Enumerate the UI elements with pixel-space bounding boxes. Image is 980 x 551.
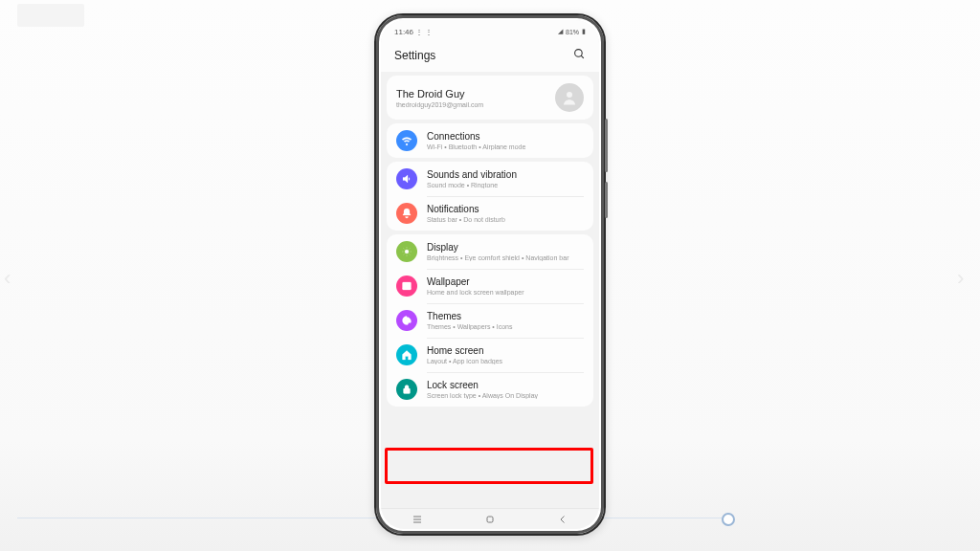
- battery-icon: ▮: [582, 28, 586, 35]
- account-text: The Droid Guy thedroidguy2019@gmail.com: [396, 88, 547, 108]
- status-bar: 11:46 ⋮ ⋮ ◢ 81% ▮: [381, 20, 599, 43]
- item-subtitle: Brightness • Eye comfort shield • Naviga…: [427, 254, 584, 261]
- status-left: 11:46 ⋮ ⋮: [394, 28, 434, 36]
- home-icon: [396, 344, 417, 365]
- svg-point-7: [406, 318, 407, 319]
- home-button[interactable]: [476, 514, 504, 525]
- page-title: Settings: [394, 49, 435, 62]
- svg-point-0: [575, 50, 583, 57]
- item-text: Home screenLayout • App icon badges: [427, 345, 584, 364]
- settings-item-homescreen[interactable]: Home screenLayout • App icon badges: [387, 338, 593, 372]
- battery-pct: 81%: [566, 29, 579, 35]
- palette-icon: [396, 310, 417, 331]
- item-text: Lock screenScreen lock type • Always On …: [427, 380, 584, 399]
- settings-item-themes[interactable]: ThemesThemes • Wallpapers • Icons: [387, 303, 593, 338]
- settings-item-display[interactable]: DisplayBrightness • Eye comfort shield •…: [387, 234, 593, 269]
- item-subtitle: Layout • App icon badges: [427, 358, 584, 364]
- android-navbar: [381, 508, 599, 529]
- phone-mockup: 11:46 ⋮ ⋮ ◢ 81% ▮ Settings The Droid Guy…: [374, 13, 606, 536]
- settings-content: The Droid Guy thedroidguy2019@gmail.com …: [381, 72, 599, 508]
- carousel-prev[interactable]: ‹: [4, 266, 23, 289]
- settings-item-sounds[interactable]: Sounds and vibrationSound mode • Rington…: [387, 162, 593, 196]
- signal-icon: ◢: [558, 28, 563, 35]
- lock-icon: [396, 379, 417, 400]
- item-text: DisplayBrightness • Eye comfort shield •…: [427, 242, 584, 261]
- item-subtitle: Home and lock screen wallpaper: [427, 289, 584, 296]
- item-text: WallpaperHome and lock screen wallpaper: [427, 276, 584, 296]
- search-icon: [573, 48, 586, 60]
- back-icon: [557, 514, 568, 525]
- item-text: Sounds and vibrationSound mode • Rington…: [427, 169, 584, 188]
- item-text: ThemesThemes • Wallpapers • Icons: [427, 311, 584, 330]
- recents-button[interactable]: [403, 514, 432, 525]
- account-email: thedroidguy2019@gmail.com: [396, 101, 547, 108]
- settings-header: Settings: [381, 43, 599, 72]
- item-title: Notifications: [427, 204, 584, 215]
- account-card[interactable]: The Droid Guy thedroidguy2019@gmail.com: [387, 76, 593, 120]
- carousel-next[interactable]: ›: [957, 266, 976, 289]
- item-title: Themes: [427, 311, 584, 322]
- item-subtitle: Screen lock type • Always On Display: [427, 392, 584, 399]
- settings-group: DisplayBrightness • Eye comfort shield •…: [387, 234, 593, 407]
- status-extra: ⋮ ⋮: [415, 28, 433, 36]
- item-subtitle: Status bar • Do not disturb: [427, 216, 584, 223]
- picture-icon: [396, 276, 417, 297]
- account-name: The Droid Guy: [396, 88, 547, 99]
- item-title: Home screen: [427, 345, 584, 357]
- highlight-themes: [385, 448, 593, 484]
- svg-point-5: [405, 284, 407, 286]
- phone-screen: 11:46 ⋮ ⋮ ◢ 81% ▮ Settings The Droid Guy…: [381, 20, 599, 529]
- settings-item-notifications[interactable]: NotificationsStatus bar • Do not disturb: [387, 196, 593, 231]
- power-button: [605, 182, 608, 218]
- wifi-icon: [396, 130, 417, 151]
- settings-item-connections[interactable]: ConnectionsWi-Fi • Bluetooth • Airplane …: [387, 123, 593, 158]
- sound-icon: [396, 168, 417, 189]
- item-title: Wallpaper: [427, 276, 584, 288]
- item-title: Connections: [427, 131, 584, 143]
- home-nav-icon: [484, 514, 496, 525]
- svg-point-8: [408, 319, 409, 320]
- settings-item-lockscreen[interactable]: Lock screenScreen lock type • Always On …: [387, 372, 593, 407]
- item-title: Display: [427, 242, 584, 253]
- svg-point-6: [404, 319, 405, 320]
- svg-line-1: [581, 55, 584, 58]
- item-text: ConnectionsWi-Fi • Bluetooth • Airplane …: [427, 131, 584, 150]
- search-button[interactable]: [573, 47, 586, 64]
- background-block: [17, 4, 84, 27]
- svg-point-2: [567, 92, 572, 98]
- status-time: 11:46: [394, 28, 413, 36]
- recents-icon: [412, 514, 423, 525]
- item-text: NotificationsStatus bar • Do not disturb: [427, 204, 584, 223]
- back-button[interactable]: [548, 514, 577, 525]
- item-title: Lock screen: [427, 380, 584, 391]
- person-icon: [561, 89, 578, 106]
- settings-item-wallpaper[interactable]: WallpaperHome and lock screen wallpaper: [387, 269, 593, 303]
- settings-group: Sounds and vibrationSound mode • Rington…: [387, 162, 593, 231]
- status-right: ◢ 81% ▮: [558, 28, 586, 35]
- item-subtitle: Themes • Wallpapers • Icons: [427, 323, 584, 330]
- svg-rect-13: [487, 517, 493, 522]
- sun-icon: [396, 241, 417, 262]
- svg-point-3: [405, 250, 409, 253]
- item-title: Sounds and vibration: [427, 169, 584, 181]
- avatar: [555, 83, 584, 112]
- item-subtitle: Sound mode • Ringtone: [427, 182, 584, 188]
- scrubber-track[interactable]: [17, 518, 727, 518]
- bell-icon: [396, 203, 417, 224]
- settings-group: ConnectionsWi-Fi • Bluetooth • Airplane …: [387, 123, 593, 158]
- item-subtitle: Wi-Fi • Bluetooth • Airplane mode: [427, 143, 584, 150]
- volume-button: [605, 119, 608, 172]
- svg-rect-9: [404, 388, 411, 394]
